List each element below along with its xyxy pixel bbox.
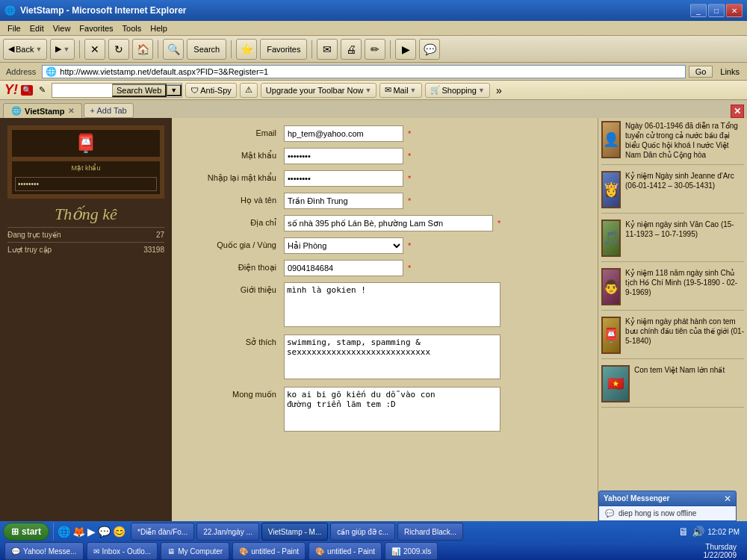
close-button[interactable]: ✕ [726, 4, 743, 17]
address-input[interactable] [60, 67, 681, 76]
quicklaunch-msg-icon[interactable]: 💬 [98, 526, 111, 538]
news-text-4: Kỷ niệm 118 năm ngày sinh Chủ tịch Hồ Ch… [625, 268, 744, 305]
back-label: Back [16, 45, 34, 54]
news-thumb-6: 🇻🇳 [601, 365, 630, 402]
taskbar-clock: 12:02 PM [707, 528, 740, 536]
bottom-task-btn-6[interactable]: 📊 2009.xls [385, 542, 438, 560]
quicklaunch-firefox-icon[interactable]: 🦊 [72, 526, 85, 538]
yahoo-more-btn[interactable]: » [493, 84, 505, 96]
mail-icon: ✉ [385, 85, 391, 95]
favorites-button[interactable]: Favorites [260, 39, 307, 60]
tab-vietstamp[interactable]: 🌐 VietStamp ✕ [3, 103, 82, 118]
confirm-password-label: Nhập lại mật khẩu [187, 170, 276, 183]
title-bar: 🌐 VietStamp - Microsoft Internet Explore… [0, 0, 747, 21]
print-button[interactable]: 🖨 [341, 39, 362, 60]
phone-input[interactable] [284, 260, 403, 276]
intro-textarea[interactable]: mình là gokien ! [284, 282, 500, 327]
bottom-task-btn-2[interactable]: ✉ Inbox - Outlo... [87, 542, 158, 560]
fullname-input[interactable] [284, 193, 403, 209]
wishes-textarea[interactable]: ko ai bi gõ kiến du dỗ vào con đường tri… [284, 387, 500, 432]
messenger-status: diep hong is now offline [619, 509, 696, 517]
menu-edit[interactable]: Edit [25, 22, 49, 34]
tab-bar: 🌐 VietStamp ✕ + Add Tab ✕ [0, 100, 747, 118]
bottom-task-btn-5[interactable]: 🎨 untitled - Paint [309, 542, 382, 560]
phone-label: Điện thoại [187, 260, 276, 273]
yahoo-toolbar-icon1[interactable]: 🛡 Anti-Spy [185, 83, 237, 98]
search-icon-btn[interactable]: 🔍 [163, 39, 184, 60]
news-thumb-2: 👸 [601, 171, 621, 208]
menu-help[interactable]: Help [146, 22, 172, 34]
yahoo-edit-btn[interactable]: ✎ [36, 85, 49, 95]
news-text-2: Kỷ niệm Ngày sinh Jeanne d'Arc (06-01-14… [625, 171, 744, 208]
yahoo-search-dropdown[interactable]: ▼ [167, 84, 182, 96]
taskbar-separator [53, 523, 54, 541]
refresh-button[interactable]: ↻ [108, 39, 129, 60]
yahoo-search-web-button[interactable]: Search Web [112, 84, 167, 97]
go-button[interactable]: Go [689, 66, 713, 78]
minimize-button[interactable]: _ [690, 4, 707, 17]
sidebar-image: 📮 [12, 130, 160, 157]
quicklaunch-smile-icon[interactable]: 😊 [113, 526, 125, 538]
bottom-task-btn-4[interactable]: 🎨 untitled - Paint [232, 542, 306, 560]
yahoo-search-input[interactable] [52, 84, 112, 96]
yahoo-icon: Y! [4, 82, 18, 98]
sidebar-password-input[interactable] [15, 177, 157, 191]
bottom-task-btn-1[interactable]: 💬 Yahoo! Messe... [4, 542, 84, 560]
address-input[interactable] [284, 215, 493, 231]
yahoo-search-icon-btn[interactable]: 🔍 [21, 85, 33, 96]
address-form-label: Địa chỉ [187, 215, 276, 228]
task-btn-1[interactable]: *Diễn đàn/Fo... [131, 523, 194, 541]
hobbies-textarea[interactable]: swimming, stamp, spamming & sexxxxxxxxxx… [284, 335, 500, 379]
task-btn-3[interactable]: VietStamp - M... [261, 523, 329, 541]
form-row-confirm-password: Nhập lại mật khẩu * [187, 170, 583, 187]
quicklaunch-media-icon[interactable]: ▶ [87, 526, 96, 538]
yahoo-upgrade-button[interactable]: Upgrade your Toolbar Now ▼ [261, 83, 377, 98]
taskbar-day: Thursday [704, 543, 737, 551]
messenger-close-icon[interactable]: ✕ [724, 494, 731, 504]
search-button[interactable]: Search [187, 39, 226, 60]
menu-view[interactable]: View [49, 22, 75, 34]
stamp-image-4: 👨 [603, 279, 619, 295]
edit-button[interactable]: ✏ [365, 39, 385, 60]
back-arrow-icon: ◀ [8, 44, 14, 54]
main-content: 📮 Mật khẩu Thống kê Đang trực tuyến 27 L… [0, 118, 747, 544]
menu-tools[interactable]: Tools [118, 22, 146, 34]
maximize-button[interactable]: □ [708, 4, 725, 17]
tab-bar-close-button[interactable]: ✕ [731, 105, 744, 118]
yahoo-mail-button[interactable]: ✉ Mail ▼ [379, 83, 421, 98]
password-input[interactable] [284, 148, 403, 164]
menu-favorites[interactable]: Favorites [75, 22, 117, 34]
forward-button[interactable]: ▶ ▼ [50, 39, 75, 60]
menu-file[interactable]: File [3, 22, 25, 34]
bottom-task4-icon: 🎨 [239, 547, 248, 556]
add-tab-button[interactable]: + Add Tab [84, 103, 134, 118]
messenger-button[interactable]: 💬 [419, 39, 440, 60]
form-row-intro: Giới thiệu mình là gokien ! [187, 282, 583, 329]
task-btn-5[interactable]: Richard Black... [397, 523, 463, 541]
address-required: * [498, 219, 500, 228]
start-button[interactable]: ⊞ start [3, 523, 49, 541]
yahoo-shopping-button[interactable]: 🛒 Shopping ▼ [425, 83, 490, 98]
task-btn-2[interactable]: 22.Jan/ngày ... [196, 523, 259, 541]
form-row-address: Địa chỉ * [187, 215, 583, 231]
home-button[interactable]: 🏠 [132, 39, 153, 60]
tab-close-icon[interactable]: ✕ [68, 107, 74, 115]
links-button[interactable]: Links [716, 66, 744, 77]
shopping-dropdown-icon: ▼ [478, 87, 485, 94]
bottom-task4-label: untitled - Paint [251, 547, 299, 556]
country-select[interactable]: Hải Phòng [284, 237, 403, 254]
form-row-password: Mật khẩu * [187, 148, 583, 164]
task5-label: Richard Black... [404, 528, 456, 536]
back-button[interactable]: ◀ Back ▼ [3, 39, 47, 60]
media-button[interactable]: ▶ [395, 39, 416, 60]
confirm-password-input[interactable] [284, 170, 403, 187]
form-row-country: Quốc gia / Vùng Hải Phòng * [187, 237, 583, 254]
mail-button[interactable]: ✉ [317, 39, 338, 60]
email-input[interactable] [284, 125, 403, 142]
quicklaunch-ie-icon[interactable]: 🌐 [58, 526, 70, 538]
address-bar: Address 🌐 Go Links [0, 63, 747, 81]
yahoo-warning-btn[interactable]: ⚠ [240, 83, 258, 98]
stop-button[interactable]: ✕ [84, 39, 105, 60]
bottom-task-btn-3[interactable]: 🖥 My Computer [161, 542, 229, 560]
task-btn-4[interactable]: cần giúp đỡ c... [330, 523, 395, 541]
